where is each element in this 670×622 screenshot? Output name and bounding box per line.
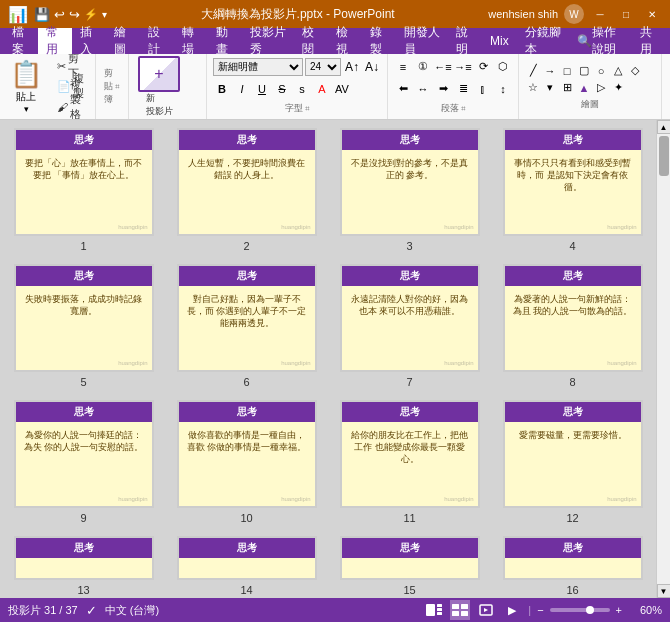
slide-item-9[interactable]: 思考 為愛你的人說一句捧廷的話：為失 你的人說一句安慰的話。 huangdipi… [8,400,159,524]
menu-review[interactable]: 校閱 [294,28,328,54]
align-right-button[interactable]: ➡ [434,80,452,98]
clipboard-expand[interactable]: ⌗ [115,82,120,92]
font-family-select[interactable]: 新細明體 [213,58,303,76]
shape-arrow[interactable]: → [542,63,558,79]
zoom-out-icon[interactable]: − [537,604,543,616]
menu-draw[interactable]: 繪圖 [106,28,140,54]
zoom-level[interactable]: 60% [628,604,662,616]
increase-font-button[interactable]: A↑ [343,58,361,76]
bullet-list-button[interactable]: ≡ [394,58,412,76]
slide-item-10[interactable]: 思考 做你喜歡的事情是一種自由，喜歡 你做的事情是一種幸福。 huangdipi… [171,400,322,524]
font-color-button[interactable]: A [313,80,331,98]
menu-mix[interactable]: Mix [482,28,517,54]
shadow-button[interactable]: s [293,80,311,98]
menu-file[interactable]: 檔案 [4,28,38,54]
slide-item-11[interactable]: 思考 給你的朋友比在工作上，把他工作 也能變成你最長一顆愛心。 huangdip… [334,400,485,524]
shapes-more[interactable]: ▾ [542,80,558,96]
spell-check-icon[interactable]: ✓ [86,603,97,618]
menu-record[interactable]: 錄製 [362,28,396,54]
slide-thumb-9[interactable]: 思考 為愛你的人說一句捧廷的話：為失 你的人說一句安慰的話。 huangdipi… [14,400,154,508]
zoom-in-icon[interactable]: + [616,604,622,616]
shape-star[interactable]: ☆ [525,80,541,96]
slide-thumb-5[interactable]: 思考 失敗時要振落，成成功時記錄寬層。 huangdipin [14,264,154,372]
redo-icon[interactable]: ↪ [69,7,80,22]
slide-thumb-8[interactable]: 思考 為愛著的人說一句新鮮的話：為且 我的人說一句散為的話。 huangdipi… [503,264,643,372]
convert-smartart-button[interactable]: ⬡ [494,58,512,76]
paste-button[interactable]: 📋 貼上 ▾ [4,56,48,117]
shape-diamond[interactable]: ◇ [627,63,643,79]
close-button[interactable]: ✕ [642,4,662,24]
undo-icon[interactable]: ↩ [54,7,65,22]
slide-thumb-15[interactable]: 思考 [340,536,480,580]
format-painter-button[interactable]: 🖌 複製格式 [52,97,91,117]
italic-button[interactable]: I [233,80,251,98]
effects-button[interactable]: ✦ [610,80,626,96]
menu-developer[interactable]: 開發人員 [396,28,448,54]
slide-item-14[interactable]: 思考 14 [171,536,322,596]
slide-item-2[interactable]: 思考 人生短暫，不要把時間浪費在錯誤 的人身上。 huangdipin 2 [171,128,322,252]
scroll-down-button[interactable]: ▼ [657,584,671,598]
menu-design[interactable]: 設計 [140,28,174,54]
slide-item-13[interactable]: 思考 13 [8,536,159,596]
decrease-font-button[interactable]: A↓ [363,58,381,76]
line-spacing-button[interactable]: ↕ [494,80,512,98]
slide-thumb-2[interactable]: 思考 人生短暫，不要把時間浪費在錯誤 的人身上。 huangdipin [177,128,317,236]
slide-item-6[interactable]: 思考 對自己好點，因為一輩子不長，而 你遇到的人輩子不一定 能兩兩透見。 hua… [171,264,322,388]
slide-item-8[interactable]: 思考 為愛著的人說一句新鮮的話：為且 我的人說一句散為的話。 huangdipi… [497,264,648,388]
shape-rounded-rect[interactable]: ▢ [576,63,592,79]
char-spacing-button[interactable]: AV [333,80,351,98]
font-size-select[interactable]: 24 [305,58,341,76]
menu-transitions[interactable]: 轉場 [174,28,208,54]
slide-thumb-14[interactable]: 思考 [177,536,317,580]
slide-thumb-3[interactable]: 思考 不是沒找到對的參考，不是真正的 參考。 huangdipin [340,128,480,236]
slide-thumb-7[interactable]: 思考 永遠記清陸人對你的好，因為也本 來可以不用憑藉誰。 huangdipin [340,264,480,372]
menu-help[interactable]: 說明 [448,28,482,54]
zoom-slider-thumb[interactable] [586,606,594,614]
menu-animations[interactable]: 動畫 [208,28,242,54]
slide-item-4[interactable]: 思考 事情不只只有看到和感受到暫時，而 是認知下決定會有依循。 huangdip… [497,128,648,252]
slide-thumb-11[interactable]: 思考 給你的朋友比在工作上，把他工作 也能變成你最長一顆愛心。 huangdip… [340,400,480,508]
scroll-thumb[interactable] [659,136,669,176]
justify-button[interactable]: ≣ [454,80,472,98]
numbered-list-button[interactable]: ① [414,58,432,76]
indent-dec-button[interactable]: ←≡ [434,58,452,76]
vertical-scrollbar[interactable]: ▲ ▼ [656,120,670,598]
auto-icon[interactable]: ⚡ [84,8,98,21]
menu-search[interactable]: 🔍 操作說明 [569,28,632,54]
new-slide-button[interactable]: + 新投影片 [135,54,183,120]
menu-storyboard[interactable]: 分鏡腳本 [517,28,569,54]
paste-dropdown-icon[interactable]: ▾ [24,104,29,114]
zoom-slider[interactable] [550,608,610,612]
underline-button[interactable]: U [253,80,271,98]
scroll-up-button[interactable]: ▲ [657,120,671,134]
align-left-button[interactable]: ⬅ [394,80,412,98]
scroll-track[interactable] [657,134,670,584]
slide-item-15[interactable]: 思考 15 [334,536,485,596]
shape-rect[interactable]: □ [559,63,575,79]
slide-item-7[interactable]: 思考 永遠記清陸人對你的好，因為也本 來可以不用憑藉誰。 huangdipin … [334,264,485,388]
normal-view-button[interactable] [424,600,444,620]
slide-thumb-16[interactable]: 思考 [503,536,643,580]
slide-thumb-6[interactable]: 思考 對自己好點，因為一輩子不長，而 你遇到的人輩子不一定 能兩兩透見。 hua… [177,264,317,372]
reading-view-button[interactable] [476,600,496,620]
slideshow-button[interactable]: ▶ [502,600,522,620]
shape-oval[interactable]: ○ [593,63,609,79]
menu-share[interactable]: 共用 [632,28,666,54]
align-center-button[interactable]: ↔ [414,80,432,98]
bold-button[interactable]: B [213,80,231,98]
font-expand[interactable]: ⌗ [305,104,310,114]
menu-view[interactable]: 檢視 [328,28,362,54]
shape-line[interactable]: ╱ [525,63,541,79]
menu-home[interactable]: 常用 [38,28,72,54]
text-direction-button[interactable]: ⟳ [474,58,492,76]
slide-item-3[interactable]: 思考 不是沒找到對的參考，不是真正的 參考。 huangdipin 3 [334,128,485,252]
save-icon[interactable]: 💾 [34,7,50,22]
shape-triangle[interactable]: △ [610,63,626,79]
fill-button[interactable]: ▲ [576,80,592,96]
slide-area[interactable]: 思考 要把「心」放在事情上，而不要把 「事情」放在心上。 huangdipin … [0,120,656,598]
slide-thumb-13[interactable]: 思考 [14,536,154,580]
columns-button[interactable]: ⫿ [474,80,492,98]
slide-thumb-1[interactable]: 思考 要把「心」放在事情上，而不要把 「事情」放在心上。 huangdipin [14,128,154,236]
slide-thumb-12[interactable]: 思考 愛需要磁量，更需要珍惜。 huangdipin [503,400,643,508]
outline-button[interactable]: ▷ [593,80,609,96]
